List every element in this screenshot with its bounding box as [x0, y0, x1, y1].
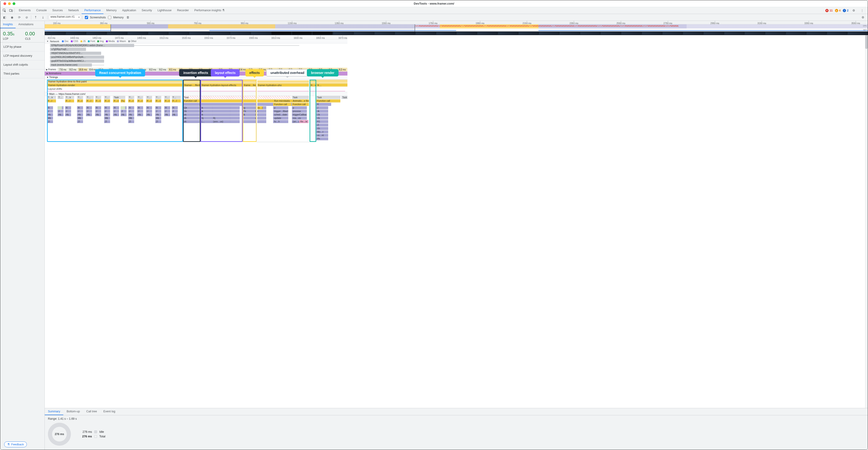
flame-bar[interactable]: R — [316, 103, 331, 106]
network-request[interactable]: Ht5jNTSNiGNJyU59x9TVF2… — [47, 52, 347, 55]
overview-selection-handle[interactable] — [111, 24, 415, 31]
flame-bar[interactable]: F…l — [77, 100, 83, 103]
maximize-window-button[interactable] — [12, 2, 16, 5]
flame-bar[interactable]: R — [47, 106, 53, 109]
flame-bar[interactable]: T… — [86, 96, 94, 99]
frame-cell[interactable]: 8.7 ms — [248, 68, 258, 72]
frame-cell[interactable]: 9.3 ms — [287, 68, 298, 72]
insight-item[interactable]: LCP by phase — [0, 43, 44, 51]
timing-segment[interactable]: frame…fects — [243, 83, 257, 87]
flame-bar[interactable]: triggerCallback — [292, 113, 307, 116]
flame-bar[interactable]: T… — [58, 96, 64, 99]
memory-checkbox[interactable]: Memory — [107, 15, 123, 20]
flame-bar[interactable]: Hk — [172, 113, 178, 116]
flame-bar[interactable]: Jk — [316, 110, 328, 113]
flame-bar[interactable]: process — [292, 110, 307, 113]
flame-bar[interactable]: R — [128, 106, 134, 109]
flame-bar[interactable]: J — [77, 110, 83, 113]
panel-tab-performance-insights[interactable]: Performance insights ⚗ — [191, 7, 227, 14]
screenshots-checkbox[interactable]: Screenshots — [84, 15, 106, 20]
flame-bar[interactable]: F…l — [65, 100, 74, 103]
error-count-badge[interactable]: ✕11 — [825, 9, 833, 12]
flame-bar[interactable]: T… — [164, 96, 170, 99]
panel-tab-console[interactable]: Console — [33, 7, 50, 14]
flame-bar[interactable]: J — [316, 106, 328, 109]
frame-cell[interactable]: 9.0 ms — [268, 68, 278, 72]
minimize-window-button[interactable] — [8, 2, 11, 5]
flame-bar[interactable]: J — [95, 110, 101, 113]
flame-bar[interactable]: R1 — [316, 120, 328, 123]
flame-bar[interactable]: Function call — [292, 103, 310, 106]
inspect-icon[interactable] — [2, 7, 7, 13]
reload-record-icon[interactable]: ⟳ — [16, 15, 22, 21]
settings-icon[interactable]: ⚙ — [851, 7, 857, 13]
flame-bar[interactable]: R — [137, 106, 143, 109]
flame-bar[interactable]: R — [113, 106, 119, 109]
record-icon[interactable]: ◉ — [9, 15, 15, 21]
timing-segment[interactable]: framer-hydration-render — [47, 83, 183, 87]
flame-bar[interactable]: J — [128, 110, 134, 113]
device-toolbar-icon[interactable] — [8, 7, 14, 13]
frame-cell[interactable]: 8.6 ms — [208, 68, 218, 72]
flame-bar[interactable]: Mk — [47, 117, 53, 120]
flame-bar[interactable]: T… — [155, 96, 161, 99]
panel-tab-recorder[interactable]: Recorder — [174, 7, 191, 14]
frame-cell[interactable]: 8.3 ms — [108, 68, 118, 72]
flame-bar[interactable]: Zi — [155, 120, 161, 123]
details-tab-summary[interactable]: Summary — [45, 408, 63, 415]
flame-bar[interactable]: Xh — [316, 127, 328, 130]
timing-segment[interactable]: fr… — [316, 83, 347, 87]
flame-bar[interactable]: (a…) — [257, 106, 262, 109]
flame-bar[interactable]: F…l — [155, 100, 161, 103]
frame-cell[interactable]: 8.2 ms — [337, 68, 347, 72]
flame-bar[interactable] — [243, 96, 291, 99]
panel-tab-performance[interactable]: Performance — [82, 7, 104, 14]
flame-bar[interactable]: Mk — [128, 117, 134, 120]
flame-bar[interactable]: Mo…t — [316, 131, 328, 133]
recording-select[interactable]: www.framer.com #1 — [49, 15, 81, 20]
close-window-button[interactable] — [3, 2, 6, 5]
flame-bar[interactable]: Xk — [254, 113, 266, 116]
network-request[interactable]: EPAjrPciwbYcRG4yHc9GGMQ69KU.webm (frame… — [47, 44, 347, 48]
flame-bar[interactable]: Function call — [273, 103, 291, 106]
flame-bar[interactable]: R — [86, 106, 92, 109]
flame-bar[interactable]: J — [65, 110, 71, 113]
frame-cell[interactable]: 15.8 ms — [98, 68, 108, 72]
flame-bar[interactable]: Hk — [77, 113, 83, 116]
flame-bar[interactable]: F…l — [86, 100, 94, 103]
network-request[interactable]: gvpERT9zD3ZqiJkBlkdsnW6CJ… — [47, 59, 347, 63]
insight-item[interactable]: Layout shift culprits — [0, 60, 44, 69]
flame-bar[interactable]: Animatio…e fired — [292, 100, 310, 103]
flame-bar[interactable]: Hk — [58, 113, 64, 116]
dock-side-icon[interactable]: ◧ — [2, 15, 7, 21]
flame-bar[interactable]: T… — [137, 96, 143, 99]
flame-bar[interactable] — [212, 110, 230, 113]
flame-bar[interactable]: Xk — [183, 110, 199, 113]
timing-first-paint[interactable]: framer-hydration-time-to-first-paint — [47, 80, 347, 83]
main-flame-chart[interactable]: T…kT…T…kT…T…T…T…TaskT…T…T…T…T…T…TaskTask… — [45, 96, 347, 142]
flame-bar[interactable]: J — [155, 110, 161, 113]
frame-cell[interactable]: 8.1 ms — [168, 68, 178, 72]
frame-cell[interactable]: 8.2 ms — [198, 68, 208, 72]
more-icon[interactable]: ⋮ — [859, 7, 865, 13]
frame-cell[interactable]: 8.9 ms — [118, 68, 128, 72]
flame-bar[interactable]: Task — [316, 96, 340, 99]
flame-bar[interactable]: Task — [183, 96, 242, 99]
frame-cell[interactable]: 8.4 ms — [128, 68, 138, 72]
feedback-button[interactable]: ⚗ Feedback — [4, 442, 27, 447]
network-request[interactable]: pzs2HliDLlJKZxMBehPqm3rpN… — [47, 56, 347, 59]
flame-bar[interactable]: J — [58, 110, 64, 113]
frame-cell[interactable]: 7.8 ms — [228, 68, 238, 72]
flame-bar[interactable]: Ph — [316, 137, 328, 140]
flame-bar[interactable]: J — [47, 110, 53, 113]
animations-track[interactable]: ▶ Animations — [45, 72, 347, 76]
flame-bar[interactable]: T… — [77, 96, 83, 99]
details-tab-bottom-up[interactable]: Bottom-up — [63, 408, 83, 415]
flame-bar[interactable]: T…k — [47, 96, 56, 99]
info-count-badge[interactable]: i2 — [843, 9, 848, 12]
flame-bar[interactable]: R — [155, 106, 161, 109]
network-request[interactable]: track (events.framer.com) — [47, 63, 347, 67]
flame-bar[interactable]: p — [273, 106, 288, 109]
flame-bar[interactable]: Zi — [128, 120, 134, 123]
frames-track[interactable]: ▶ Frames 7.6 ms9.2 ms16.6 ms8.4 ms15.8 m… — [45, 68, 347, 72]
